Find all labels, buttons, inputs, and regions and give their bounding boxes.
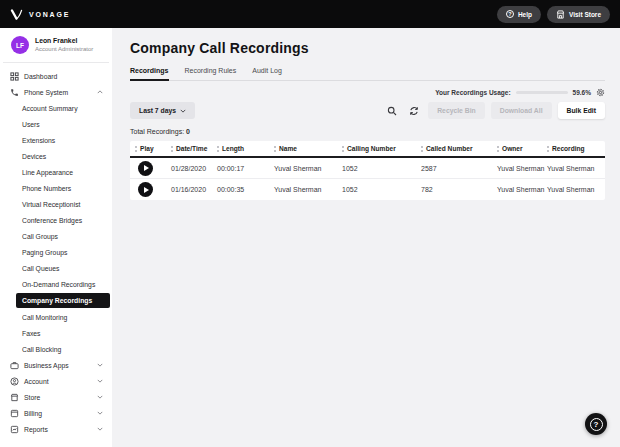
column-header-label: Calling Number (347, 145, 396, 152)
search-button[interactable] (384, 103, 400, 119)
sort-handle-icon (342, 146, 344, 152)
total-recordings: Total Recordings: 0 (130, 128, 605, 135)
table-header-row: Play Date/Time Length Name Calling Numbe… (130, 141, 605, 158)
cell-calling-number: 1052 (342, 165, 421, 172)
usage-percent: 59.6% (573, 89, 591, 96)
table-body: 01/28/2020 00:00:17 Yuval Sherman 1052 2… (130, 158, 605, 200)
cell-called-number: 782 (421, 186, 497, 193)
sidebar-subitem[interactable]: Users (0, 116, 112, 132)
sidebar-menu: Dashboard Phone System Account Summary U… (0, 63, 112, 437)
dashboard-icon (9, 71, 19, 81)
visit-store-button[interactable]: Visit Store (547, 6, 610, 23)
sidebar-subitem[interactable]: Line Appearance (0, 164, 112, 180)
gear-icon (596, 88, 605, 97)
user-role: Account Administrator (35, 46, 93, 54)
sidebar-item-account[interactable]: Account (0, 373, 112, 389)
sidebar-subitem[interactable]: Virtual Receptionist (0, 196, 112, 212)
sort-handle-icon (274, 146, 276, 152)
column-header-label: Recording (552, 145, 585, 152)
play-button[interactable] (138, 161, 153, 176)
sort-handle-icon (547, 146, 549, 152)
floating-help-button[interactable]: ? (585, 413, 607, 435)
sidebar-subitem[interactable]: Devices (0, 148, 112, 164)
sort-handle-icon (171, 146, 173, 152)
usage-progress-bar (516, 91, 568, 94)
sidebar-subitem-label: Paging Groups (22, 249, 67, 256)
play-icon (144, 187, 149, 193)
chevron-up-icon (97, 90, 103, 94)
column-header-label: Called Number (426, 145, 473, 152)
sidebar-subitem[interactable]: Call Monitoring (0, 309, 112, 325)
sidebar-item-billing[interactable]: Billing (0, 405, 112, 421)
sidebar: LF Leon Frankel Account Administrator Da… (0, 28, 112, 447)
tab-recording-rules[interactable]: Recording Rules (185, 67, 237, 80)
sidebar-subitem-label: Conference Bridges (22, 217, 82, 224)
play-icon (144, 165, 149, 171)
bulk-edit-button[interactable]: Bulk Edit (558, 102, 605, 119)
column-header[interactable]: Length (217, 145, 274, 152)
sidebar-subitem[interactable]: Faxes (0, 325, 112, 341)
topbar-actions: ? Help Visit Store (497, 6, 610, 23)
tab-recordings[interactable]: Recordings (130, 67, 169, 81)
date-range-label: Last 7 days (139, 107, 176, 114)
account-icon (9, 376, 19, 386)
sidebar-item-label: Billing (24, 410, 42, 417)
sidebar-subitem-label: Virtual Receptionist (22, 201, 80, 208)
sidebar-subitem-label: Call Groups (22, 233, 58, 240)
tab-audit-log[interactable]: Audit Log (252, 67, 282, 80)
recycle-bin-button[interactable]: Recycle Bin (428, 102, 485, 119)
play-button[interactable] (138, 182, 153, 197)
sidebar-subitem[interactable]: Conference Bridges (0, 212, 112, 228)
date-range-filter[interactable]: Last 7 days (130, 102, 195, 119)
column-header[interactable]: Name (274, 145, 342, 152)
help-icon: ? (506, 10, 514, 18)
sidebar-subitem[interactable]: Call Blocking (0, 341, 112, 357)
vonage-logo: VONAGE (10, 9, 70, 20)
table-controls: Last 7 days Recycle Bin Download All Bul… (130, 102, 605, 119)
column-header[interactable]: Called Number (421, 145, 497, 152)
sidebar-item-store[interactable]: Store (0, 389, 112, 405)
column-header[interactable]: Owner (497, 145, 547, 152)
sidebar-subitem[interactable]: Call Groups (0, 228, 112, 244)
visit-store-label: Visit Store (569, 11, 601, 18)
sidebar-item-label: Store (24, 394, 40, 401)
column-header[interactable]: Play (135, 145, 171, 152)
sidebar-subitem[interactable]: Account Summary (0, 100, 112, 116)
cell-date-time: 01/16/2020 (171, 186, 217, 193)
sidebar-subitem[interactable]: On-Demand Recordings (0, 276, 112, 292)
chevron-down-icon (97, 379, 103, 383)
sidebar-subitem[interactable]: Company Recordings (16, 293, 110, 308)
sort-handle-icon (217, 146, 219, 152)
column-header-label: Play (140, 145, 154, 152)
business-apps-icon (9, 360, 19, 370)
sidebar-item-phone-system[interactable]: Phone System (0, 84, 112, 100)
sidebar-item-business-apps[interactable]: Business Apps (0, 357, 112, 373)
user-profile[interactable]: LF Leon Frankel Account Administrator (3, 28, 109, 63)
column-header-label: Date/Time (176, 145, 207, 152)
sidebar-subitem-label: Users (22, 121, 40, 128)
sidebar-subitem[interactable]: Phone Numbers (0, 180, 112, 196)
column-header[interactable]: Date/Time (171, 145, 217, 152)
play-cell (135, 161, 171, 176)
sidebar-subitem-label: Call Monitoring (22, 314, 67, 321)
sidebar-subitem-label: Devices (22, 153, 46, 160)
download-all-button[interactable]: Download All (491, 102, 552, 119)
usage-settings-button[interactable] (596, 88, 605, 97)
help-button[interactable]: ? Help (497, 6, 541, 23)
refresh-button[interactable] (406, 103, 422, 119)
sidebar-subitem[interactable]: Paging Groups (0, 244, 112, 260)
sidebar-item-dashboard[interactable]: Dashboard (0, 68, 112, 84)
column-header[interactable]: Calling Number (342, 145, 421, 152)
top-bar: VONAGE ? Help Visit Store (0, 0, 620, 28)
sidebar-item-reports[interactable]: Reports (0, 421, 112, 437)
column-header[interactable]: Recording (547, 145, 605, 152)
sidebar-subitem[interactable]: Call Queues (0, 260, 112, 276)
main-content: Company Call Recordings Recordings Recor… (112, 28, 620, 447)
phone-system-submenu: Account Summary Users Extensions Devices… (0, 100, 112, 357)
chevron-down-icon (97, 427, 103, 431)
table-row: 01/16/2020 00:00:35 Yuval Sherman 1052 7… (130, 179, 605, 200)
chevron-down-icon (97, 411, 103, 415)
cell-length: 00:00:17 (217, 165, 274, 172)
sidebar-subitem[interactable]: Extensions (0, 132, 112, 148)
search-icon (387, 106, 397, 116)
